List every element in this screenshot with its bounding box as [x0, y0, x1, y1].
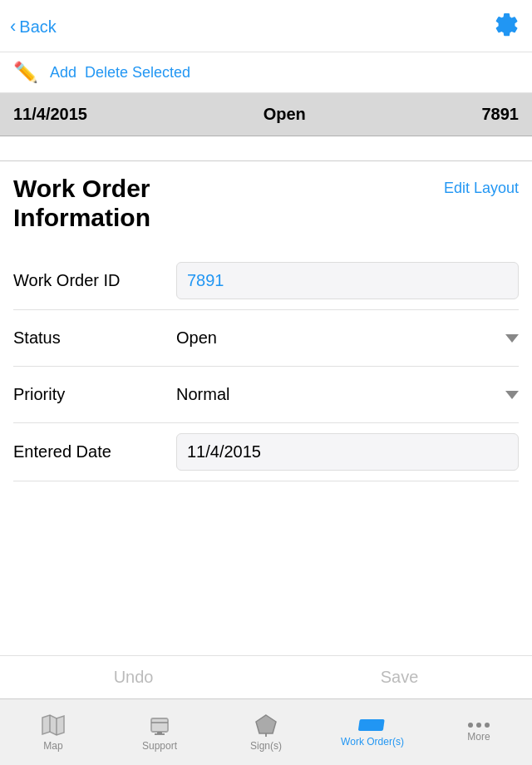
undo-button[interactable]: Undo — [114, 668, 154, 687]
top-nav: ‹ Back — [0, 0, 532, 52]
edit-layout-button[interactable]: Edit Layout — [444, 180, 519, 197]
gear-icon — [489, 10, 519, 40]
tab-support[interactable]: Support — [106, 713, 213, 752]
pencil-icon: ✏️ — [13, 61, 38, 84]
add-button[interactable]: Add — [50, 64, 76, 81]
tab-bar: Map Support Sign(s) Work Order(s) More — [0, 698, 532, 765]
main-content: Work Order Information Edit Layout Work … — [0, 161, 532, 481]
status-field: Status Open — [13, 310, 519, 367]
tab-support-label: Support — [142, 740, 177, 752]
tab-map[interactable]: Map — [0, 713, 106, 752]
back-chevron-icon: ‹ — [10, 17, 16, 36]
record-id: 7891 — [481, 105, 519, 124]
priority-dropdown[interactable]: Normal — [176, 377, 519, 412]
tab-work-orders-label: Work Order(s) — [341, 736, 404, 748]
save-button[interactable]: Save — [381, 668, 419, 687]
entered-date-value[interactable]: 11/4/2015 — [176, 433, 519, 471]
section-header: Work Order Information Edit Layout — [13, 175, 519, 232]
priority-value: Normal — [176, 385, 229, 404]
status-value: Open — [176, 328, 217, 348]
support-icon — [148, 713, 171, 737]
tab-signs[interactable]: Sign(s) — [213, 713, 319, 752]
spacer — [0, 136, 532, 161]
action-bar: ✏️ Add Delete Selected — [0, 52, 532, 93]
tab-signs-label: Sign(s) — [250, 740, 282, 752]
action-links: Add Delete Selected — [50, 64, 190, 81]
svg-rect-9 — [358, 719, 385, 731]
entered-date-label: Entered Date — [13, 442, 163, 461]
tab-more-label: More — [467, 731, 490, 743]
more-icon — [468, 723, 490, 728]
priority-field: Priority Normal — [13, 367, 519, 423]
section-title-line2: Information — [13, 204, 150, 231]
svg-rect-3 — [151, 718, 168, 732]
work-order-id-value[interactable]: 7891 — [176, 262, 519, 299]
record-date: 11/4/2015 — [13, 105, 87, 124]
section-title: Work Order Information — [13, 175, 150, 232]
tab-work-orders[interactable]: Work Order(s) — [319, 718, 426, 748]
work-order-icon — [358, 718, 387, 733]
record-status: Open — [264, 105, 306, 124]
gear-button[interactable] — [489, 10, 519, 43]
section-title-line1: Work Order — [13, 175, 150, 202]
svg-marker-7 — [256, 715, 276, 733]
delete-selected-button[interactable]: Delete Selected — [85, 64, 190, 81]
entered-date-field: Entered Date 11/4/2015 — [13, 423, 519, 481]
priority-label: Priority — [13, 385, 163, 404]
sign-icon — [254, 713, 278, 737]
work-order-id-field: Work Order ID 7891 — [13, 252, 519, 310]
priority-dropdown-arrow-icon — [505, 391, 519, 399]
status-dropdown[interactable]: Open — [176, 320, 519, 356]
map-icon — [42, 713, 65, 737]
bottom-actions: Undo Save — [0, 655, 532, 698]
svg-marker-0 — [42, 715, 64, 735]
tab-more[interactable]: More — [426, 723, 532, 743]
work-order-id-label: Work Order ID — [13, 271, 163, 290]
status-label: Status — [13, 328, 163, 348]
record-header: 11/4/2015 Open 7891 — [0, 93, 532, 136]
tab-map-label: Map — [43, 740, 62, 752]
status-dropdown-arrow-icon — [505, 334, 519, 343]
back-button[interactable]: ‹ Back — [10, 17, 57, 37]
back-label: Back — [19, 17, 56, 37]
